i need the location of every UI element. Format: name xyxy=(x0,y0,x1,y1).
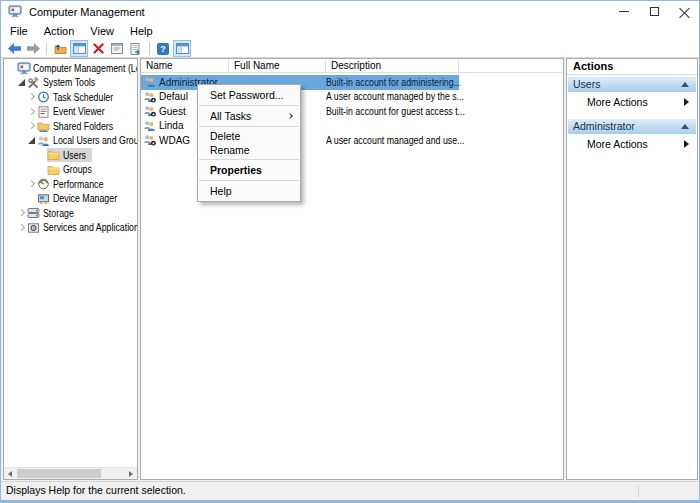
tree-item-system-tools[interactable]: System Tools xyxy=(4,76,137,91)
tree-item-services-and-applications[interactable]: Services and Applications xyxy=(4,221,137,236)
actions-section-header-administrator[interactable]: Administrator xyxy=(568,119,696,134)
tree-item-task-scheduler[interactable]: Task Scheduler xyxy=(4,90,137,105)
chevron-collapsed-icon[interactable] xyxy=(17,223,27,233)
column-header-full-name[interactable]: Full Name xyxy=(229,59,326,72)
action-item-administrator-more-actions[interactable]: More Actions xyxy=(568,134,696,154)
tree-item-users[interactable]: Users xyxy=(4,148,137,163)
tree-item-label: Shared Folders xyxy=(53,121,113,132)
tree-horizontal-scrollbar[interactable] xyxy=(4,467,137,479)
up-one-level-button[interactable] xyxy=(51,40,69,57)
close-button[interactable] xyxy=(669,1,699,22)
chevron-expanded-icon[interactable] xyxy=(27,136,37,146)
tree-item-content[interactable]: Storage xyxy=(27,206,81,220)
properties-button[interactable] xyxy=(108,40,126,57)
menu-item-all-tasks[interactable]: All Tasks xyxy=(198,108,300,124)
scroll-left-arrow-icon[interactable] xyxy=(4,468,16,479)
toolbar-separator xyxy=(149,42,150,55)
help-button[interactable]: ? xyxy=(154,40,172,57)
task-scheduler-icon xyxy=(37,91,51,104)
menu-item-properties[interactable]: Properties xyxy=(198,162,300,178)
menu-action[interactable]: Action xyxy=(42,24,83,39)
chevron-collapsed-icon[interactable] xyxy=(27,179,37,189)
show-action-pane-button[interactable] xyxy=(173,40,191,57)
window-title: Computer Management xyxy=(29,6,145,18)
scroll-right-arrow-icon[interactable] xyxy=(125,468,137,479)
svg-text:?: ? xyxy=(160,44,166,54)
users-groups-icon xyxy=(37,134,51,147)
menu-item-label: All Tasks xyxy=(210,110,251,122)
tree-item-label: System Tools xyxy=(43,77,95,88)
menu-help[interactable]: Help xyxy=(128,24,161,39)
collapse-up-arrow-icon[interactable] xyxy=(681,124,689,129)
services-icon xyxy=(27,221,41,234)
menu-item-delete[interactable]: Delete xyxy=(198,129,300,143)
tree-item-label: Performance xyxy=(53,179,103,190)
tree-item-performance[interactable]: Performance xyxy=(4,177,137,192)
tree-item-shared-folders[interactable]: Shared Folders xyxy=(4,119,137,134)
tree-item-storage[interactable]: Storage xyxy=(4,206,137,221)
menu-view[interactable]: View xyxy=(88,24,122,39)
tree-item-content[interactable]: Computer Management (Local xyxy=(17,61,138,75)
context-menu-separator xyxy=(199,159,299,160)
tree-item-local-users-and-groups[interactable]: Local Users and Groups xyxy=(4,134,137,149)
tree-item-device-manager[interactable]: Device Manager xyxy=(4,192,137,207)
forward-arrow-button[interactable] xyxy=(24,40,42,57)
action-item-users-more-actions[interactable]: More Actions xyxy=(568,92,696,112)
tree-item-content[interactable]: Device Manager xyxy=(37,192,129,206)
minimize-button[interactable] xyxy=(609,1,639,22)
user-name: Linda xyxy=(159,120,183,131)
context-menu-separator xyxy=(199,180,299,181)
chevron-expanded-icon[interactable] xyxy=(17,78,27,88)
menu-item-set-password[interactable]: Set Password... xyxy=(198,87,300,103)
tree-item-computer-management-local[interactable]: Computer Management (Local xyxy=(4,61,137,76)
status-bar-divider xyxy=(638,485,639,497)
actions-pane-title: Actions xyxy=(567,59,697,75)
menu-item-rename[interactable]: Rename xyxy=(198,143,300,157)
tree-item-content[interactable]: System Tools xyxy=(27,76,105,90)
menu-bar: FileActionViewHelp xyxy=(1,22,699,40)
column-header-name[interactable]: Name xyxy=(141,59,229,72)
tree-item-content[interactable]: Task Scheduler xyxy=(37,90,124,104)
menu-file[interactable]: File xyxy=(8,24,36,39)
tree-item-content[interactable]: Shared Folders xyxy=(37,119,124,133)
column-header-description[interactable]: Description xyxy=(326,59,459,72)
chevron-placeholder xyxy=(37,150,47,160)
chevron-collapsed-icon[interactable] xyxy=(27,121,37,131)
maximize-button[interactable] xyxy=(639,1,669,22)
status-bar: Displays Help for the current selection. xyxy=(1,481,699,500)
delete-button[interactable] xyxy=(89,40,107,57)
maximize-icon xyxy=(650,7,659,16)
menu-item-label: Delete xyxy=(210,130,240,142)
computer-management-window: Computer Management FileActionViewHelp ?… xyxy=(0,0,700,503)
collapse-up-arrow-icon[interactable] xyxy=(681,82,689,87)
show-console-tree-button[interactable] xyxy=(70,40,88,57)
folder-icon xyxy=(47,163,61,176)
tree-item-content[interactable]: Event Viewer xyxy=(37,105,115,119)
back-arrow-icon xyxy=(8,43,21,54)
toolbar: ? xyxy=(1,40,699,58)
performance-icon xyxy=(37,178,51,191)
delete-icon xyxy=(93,43,104,54)
chevron-collapsed-icon[interactable] xyxy=(17,208,27,218)
forward-arrow-icon xyxy=(27,43,40,54)
tree-item-content[interactable]: Services and Applications xyxy=(27,221,138,235)
tree-item-content[interactable]: Groups xyxy=(47,163,99,177)
close-icon xyxy=(679,6,690,17)
menu-item-help[interactable]: Help xyxy=(198,183,300,199)
tree-item-content[interactable]: Local Users and Groups xyxy=(37,134,138,148)
list-column-headers: NameFull NameDescription xyxy=(141,59,563,73)
tree-item-content[interactable]: Performance xyxy=(37,177,113,191)
scrollbar-thumb[interactable] xyxy=(17,469,101,478)
export-list-button[interactable] xyxy=(127,40,145,57)
chevron-collapsed-icon[interactable] xyxy=(27,92,37,102)
tree-item-event-viewer[interactable]: Event Viewer xyxy=(4,105,137,120)
tree-item-groups[interactable]: Groups xyxy=(4,163,137,178)
tree-item-label: Task Scheduler xyxy=(53,92,113,103)
tree-selected-item[interactable]: Users xyxy=(47,148,92,162)
tree-item-label: Computer Management (Local xyxy=(33,63,138,74)
actions-section-header-users[interactable]: Users xyxy=(568,77,696,92)
column-header-filler xyxy=(459,59,563,72)
chevron-collapsed-icon[interactable] xyxy=(27,107,37,117)
tree-item-label: Services and Applications xyxy=(43,222,138,233)
back-arrow-button[interactable] xyxy=(5,40,23,57)
